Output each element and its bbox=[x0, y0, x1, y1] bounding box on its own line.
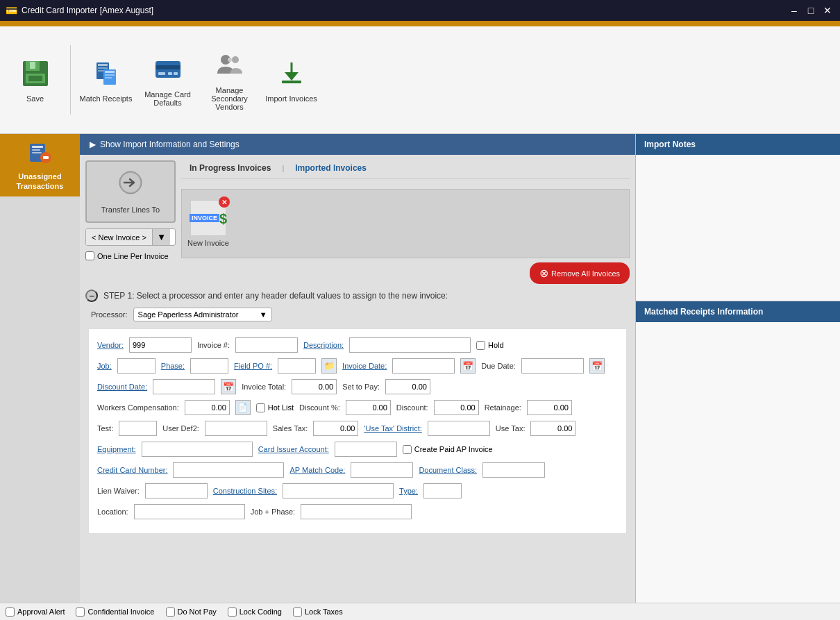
transfer-section: Transfer Lines To < New Invoice > ▼ One … bbox=[85, 160, 176, 284]
svg-rect-2 bbox=[30, 62, 35, 69]
new-invoice-arrow-button[interactable]: ▼ bbox=[152, 229, 170, 245]
ap-match-code-label[interactable]: AP Match Code: bbox=[289, 466, 345, 474]
job-input[interactable] bbox=[117, 358, 156, 374]
approval-alert-checkbox[interactable] bbox=[6, 608, 15, 617]
phase-label[interactable]: Phase: bbox=[161, 362, 185, 370]
construction-sites-input[interactable] bbox=[283, 483, 394, 498]
import-invoices-icon bbox=[275, 57, 308, 90]
lock-taxes-row[interactable]: Lock Taxes bbox=[293, 608, 343, 617]
svg-rect-7 bbox=[98, 67, 108, 69]
field-po-browse-button[interactable]: 📁 bbox=[321, 358, 337, 374]
hold-checkbox[interactable] bbox=[476, 341, 485, 350]
description-label[interactable]: Description: bbox=[303, 341, 344, 349]
new-invoice-button[interactable]: < New Invoice > bbox=[86, 229, 152, 245]
do-not-pay-row[interactable]: Do Not Pay bbox=[166, 608, 217, 617]
invoice-total-input[interactable] bbox=[292, 379, 337, 394]
accent-bar bbox=[0, 21, 840, 26]
processor-select[interactable]: Sage Paperless Administrator ▼ bbox=[133, 308, 272, 321]
use-tax-district-label[interactable]: 'Use Tax' District: bbox=[364, 424, 421, 433]
import-notes-content bbox=[636, 155, 840, 301]
maximize-button[interactable]: □ bbox=[804, 3, 818, 17]
processor-label: Processor: bbox=[91, 310, 128, 319]
user-def2-input[interactable] bbox=[205, 421, 267, 436]
discount-date-label[interactable]: Discount Date: bbox=[97, 383, 147, 391]
step1-collapse-button[interactable]: − bbox=[85, 290, 98, 302]
document-class-label[interactable]: Document Class: bbox=[419, 466, 477, 474]
remove-all-invoices-button[interactable]: ⊗ Remove All Invoices bbox=[530, 262, 630, 284]
equipment-input[interactable] bbox=[142, 442, 253, 457]
location-label: Location: bbox=[97, 508, 128, 516]
use-tax-input[interactable] bbox=[530, 421, 576, 436]
svg-rect-11 bbox=[105, 74, 115, 76]
close-button[interactable]: ✕ bbox=[821, 3, 834, 17]
lock-coding-checkbox[interactable] bbox=[228, 608, 237, 617]
description-input[interactable] bbox=[349, 337, 471, 353]
confidential-invoice-checkbox[interactable] bbox=[76, 608, 85, 617]
workers-comp-file-button[interactable]: 📄 bbox=[235, 400, 251, 415]
svg-rect-27 bbox=[43, 156, 49, 159]
tab-imported[interactable]: Imported Invoices bbox=[287, 160, 375, 176]
test-input[interactable] bbox=[119, 421, 157, 436]
svg-rect-23 bbox=[32, 146, 43, 148]
equipment-label[interactable]: Equipment: bbox=[97, 445, 136, 453]
invoice-card-new[interactable]: INVOICE $ ✕ New Invoice bbox=[187, 200, 229, 247]
field-po-label[interactable]: Field PO #: bbox=[234, 362, 272, 370]
invoice-num-input[interactable] bbox=[235, 337, 298, 353]
match-receipts-button[interactable]: Match Receipts bbox=[76, 35, 135, 125]
import-info-bar[interactable]: ▶ Show Import Information and Settings bbox=[80, 134, 635, 155]
discount-pct-input[interactable] bbox=[346, 400, 391, 415]
tab-in-progress[interactable]: In Progress Invoices bbox=[181, 160, 279, 176]
workers-comp-input[interactable] bbox=[185, 400, 230, 415]
discount-date-calendar-button[interactable]: 📅 bbox=[221, 379, 236, 394]
card-issuer-input[interactable] bbox=[335, 442, 397, 457]
ap-match-code-input[interactable] bbox=[351, 462, 413, 478]
transfer-lines-button[interactable]: Transfer Lines To bbox=[85, 160, 176, 223]
vendor-label[interactable]: Vendor: bbox=[97, 341, 124, 349]
lock-taxes-checkbox[interactable] bbox=[293, 608, 302, 617]
center-main-scroll[interactable]: − STEP 1: Select a processor and enter a… bbox=[80, 290, 635, 603]
card-issuer-label[interactable]: Card Issuer Account: bbox=[258, 445, 329, 453]
sales-tax-input[interactable] bbox=[313, 421, 358, 436]
construction-sites-label[interactable]: Construction Sites: bbox=[213, 487, 277, 495]
one-line-per-invoice-label[interactable]: One Line Per Invoice bbox=[85, 251, 176, 260]
location-input[interactable] bbox=[134, 504, 245, 519]
do-not-pay-checkbox[interactable] bbox=[166, 608, 175, 617]
retainage-input[interactable] bbox=[527, 400, 572, 415]
type-input[interactable] bbox=[423, 483, 462, 498]
discount-date-input[interactable] bbox=[153, 379, 215, 394]
manage-secondary-vendors-button[interactable]: Manage Secondary Vendors bbox=[200, 35, 259, 125]
credit-card-num-label[interactable]: Credit Card Number: bbox=[97, 466, 167, 474]
use-tax-district-input[interactable] bbox=[428, 421, 490, 436]
invoice-date-calendar-button[interactable]: 📅 bbox=[460, 358, 476, 374]
due-date-input[interactable] bbox=[521, 358, 584, 374]
unassigned-transactions-button[interactable]: Unassigned Transactions bbox=[0, 134, 80, 196]
due-date-calendar-button[interactable]: 📅 bbox=[589, 358, 605, 374]
approval-alert-row[interactable]: Approval Alert bbox=[6, 608, 65, 617]
type-label[interactable]: Type: bbox=[399, 487, 418, 495]
import-invoices-button[interactable]: Import Invoices bbox=[262, 35, 321, 125]
one-line-per-invoice-checkbox[interactable] bbox=[85, 251, 94, 260]
job-phase-input[interactable] bbox=[301, 504, 412, 519]
invoice-date-input[interactable] bbox=[392, 358, 455, 374]
hot-list-checkbox[interactable] bbox=[256, 403, 265, 412]
job-label[interactable]: Job: bbox=[97, 362, 112, 370]
discount-input[interactable] bbox=[434, 400, 479, 415]
create-paid-ap-checkbox[interactable] bbox=[403, 445, 412, 454]
toolbar: Save Match Receipts bbox=[0, 26, 840, 134]
field-po-input[interactable] bbox=[278, 358, 316, 374]
phase-input[interactable] bbox=[190, 358, 228, 374]
invoice-date-label[interactable]: Invoice Date: bbox=[342, 362, 387, 370]
lien-waiver-label: Lien Waiver: bbox=[97, 487, 140, 495]
set-to-pay-input[interactable] bbox=[385, 379, 430, 394]
save-button[interactable]: Save bbox=[6, 35, 65, 125]
vendor-input[interactable] bbox=[129, 337, 192, 353]
confidential-invoice-row[interactable]: Confidential Invoice bbox=[76, 608, 154, 617]
import-info-label: Show Import Information and Settings bbox=[100, 140, 240, 149]
lien-waiver-input[interactable] bbox=[145, 483, 208, 498]
manage-card-defaults-button[interactable]: Manage Card Defaults bbox=[138, 35, 197, 125]
processor-value: Sage Paperless Administrator bbox=[138, 310, 239, 319]
minimize-button[interactable]: – bbox=[787, 3, 801, 17]
lock-coding-row[interactable]: Lock Coding bbox=[228, 608, 282, 617]
credit-card-num-input[interactable] bbox=[173, 462, 284, 478]
document-class-input[interactable] bbox=[482, 462, 545, 478]
